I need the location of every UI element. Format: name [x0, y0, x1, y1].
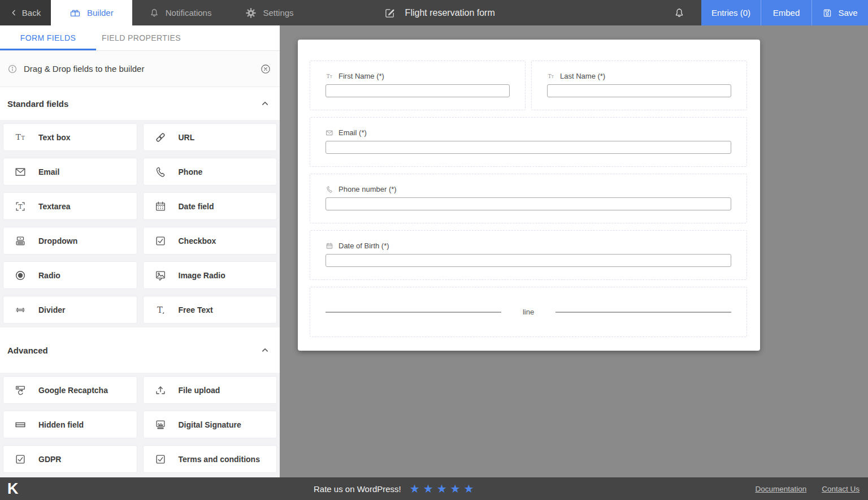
field-card-terms-and-conditions[interactable]: Terms and conditions — [143, 445, 277, 473]
field-card-file-upload[interactable]: File upload — [143, 376, 277, 404]
divider-line-right — [555, 312, 731, 313]
form-field-divider[interactable]: line — [310, 287, 747, 337]
half-width-row: TTFirst Name (*)TTLast Name (*) — [310, 61, 747, 110]
top-bar-actions: Entries (0) Embed Save — [674, 0, 868, 25]
tab-form-fields[interactable]: FORM FIELDS — [0, 25, 96, 50]
hint-text: Drag & Drop fields to the builder — [24, 64, 144, 74]
field-card-phone[interactable]: Phone — [143, 158, 277, 186]
field-card-label: Free Text — [179, 305, 213, 314]
rating-stars: ★★★★★ — [410, 483, 474, 494]
field-card-image-radio[interactable]: Image Radio — [143, 261, 277, 289]
checkbox-icon — [154, 453, 167, 465]
tab-notifications-label: Notifications — [166, 8, 212, 18]
tab-notifications[interactable]: Notifications — [132, 0, 229, 25]
tab-field-properties[interactable]: FIELD PROPERTIES — [96, 25, 186, 50]
close-icon[interactable] — [260, 63, 271, 75]
embed-button[interactable]: Embed — [761, 0, 811, 25]
field-card-text-box[interactable]: TTText box — [3, 123, 137, 151]
form-field-first-name[interactable]: TTFirst Name (*) — [310, 61, 526, 110]
field-card-label: File upload — [179, 386, 220, 395]
footer-link-contact-us[interactable]: Contact Us — [822, 485, 860, 493]
divider-icon — [14, 304, 27, 316]
calendar-icon — [154, 200, 167, 213]
star-icon[interactable]: ★ — [437, 483, 447, 494]
field-card-free-text[interactable]: TFree Text — [143, 296, 277, 324]
field-card-textarea[interactable]: TTextarea — [3, 192, 137, 220]
sidebar: FORM FIELDS FIELD PROPERTIES Drag & Drop… — [0, 25, 280, 477]
star-icon[interactable]: ★ — [410, 483, 420, 494]
field-label-text: Last Name (*) — [560, 72, 605, 80]
svg-text:T: T — [548, 73, 552, 79]
svg-text:T: T — [327, 73, 330, 79]
entries-button[interactable]: Entries (0) — [701, 0, 761, 25]
tab-builder-label: Builder — [87, 8, 114, 18]
tab-builder[interactable]: Builder — [51, 0, 132, 25]
first-name-input[interactable] — [326, 84, 510, 97]
textbox-icon: TT — [547, 72, 555, 80]
edit-icon[interactable] — [384, 7, 396, 19]
tab-settings[interactable]: Settings — [228, 0, 310, 25]
form-field-phone-number[interactable]: Phone number (*) — [310, 174, 747, 223]
date-of-birth-input[interactable] — [326, 254, 731, 267]
rate-text: Rate us on WordPress! — [314, 484, 401, 494]
image-icon — [154, 269, 167, 282]
email-icon — [14, 166, 27, 178]
email-input[interactable] — [326, 141, 731, 154]
save-icon — [822, 8, 832, 18]
entries-button-label: Entries (0) — [711, 8, 750, 18]
star-icon[interactable]: ★ — [423, 483, 433, 494]
phone-number-input[interactable] — [326, 197, 731, 210]
field-card-google-recaptcha[interactable]: Google Recaptcha — [3, 376, 137, 404]
field-card-label: Date field — [179, 202, 214, 211]
field-card-label: Phone — [179, 167, 203, 176]
svg-text:T: T — [552, 74, 554, 78]
last-name-input[interactable] — [547, 84, 731, 97]
radio-icon — [14, 269, 27, 282]
field-card-digital-signature[interactable]: Digital Signature — [143, 411, 277, 438]
notifications-bell-button[interactable] — [674, 0, 685, 25]
field-card-dropdown[interactable]: Dropdown — [3, 227, 137, 255]
form-field-email[interactable]: Email (*) — [310, 117, 747, 167]
field-card-checkbox[interactable]: Checkbox — [143, 227, 277, 255]
field-card-label: Image Radio — [179, 271, 225, 280]
chevron-up-icon[interactable] — [260, 98, 270, 109]
textbox-icon: TT — [14, 131, 27, 144]
drag-drop-hint: Drag & Drop fields to the builder — [0, 51, 280, 87]
bell-icon — [674, 7, 685, 19]
field-card-hidden-field[interactable]: Hidden field — [3, 411, 137, 438]
form-title: Flight reservation form — [405, 8, 495, 18]
star-icon[interactable]: ★ — [464, 483, 474, 494]
field-label: TTFirst Name (*) — [326, 72, 510, 80]
field-label: Email (*) — [326, 128, 731, 137]
field-card-label: Radio — [38, 271, 60, 280]
sidebar-sections: Standard fieldsTTText boxURLEmailPhoneTT… — [0, 87, 280, 477]
field-card-gdpr[interactable]: GDPR — [3, 445, 137, 473]
field-card-divider[interactable]: Divider — [3, 296, 137, 324]
field-card-url[interactable]: URL — [143, 123, 277, 151]
section-header-standard-fields[interactable]: Standard fields — [0, 87, 280, 120]
tab-form-fields-label: FORM FIELDS — [20, 33, 76, 42]
field-card-label: GDPR — [38, 455, 61, 464]
field-grid-advanced: Google RecaptchaFile uploadHidden fieldD… — [0, 373, 280, 477]
field-label-text: Email (*) — [338, 128, 367, 137]
chevron-up-icon[interactable] — [260, 345, 270, 355]
star-icon[interactable]: ★ — [450, 483, 461, 494]
save-button[interactable]: Save — [811, 0, 868, 25]
phone-icon — [154, 166, 167, 178]
field-card-date-field[interactable]: Date field — [143, 192, 277, 220]
field-card-label: Divider — [38, 305, 65, 314]
builder-canvas: TTFirst Name (*)TTLast Name (*)Email (*)… — [280, 25, 868, 477]
top-bar: Back Builder Notifications Settings Flig… — [0, 0, 868, 25]
form-field-last-name[interactable]: TTLast Name (*) — [531, 61, 747, 110]
field-card-label: Email — [38, 167, 59, 176]
section-header-advanced[interactable]: Advanced — [0, 327, 280, 373]
field-card-email[interactable]: Email — [3, 158, 137, 186]
checkbox-icon — [154, 235, 167, 247]
form-field-date-of-birth[interactable]: Date of Birth (*) — [310, 230, 747, 280]
kali-forms-logo: K — [7, 481, 19, 497]
footer-link-documentation[interactable]: Documentation — [755, 485, 806, 493]
field-label-text: First Name (*) — [338, 72, 384, 80]
back-button[interactable]: Back — [0, 0, 51, 25]
field-card-radio[interactable]: Radio — [3, 261, 137, 289]
bell-icon — [149, 8, 159, 18]
